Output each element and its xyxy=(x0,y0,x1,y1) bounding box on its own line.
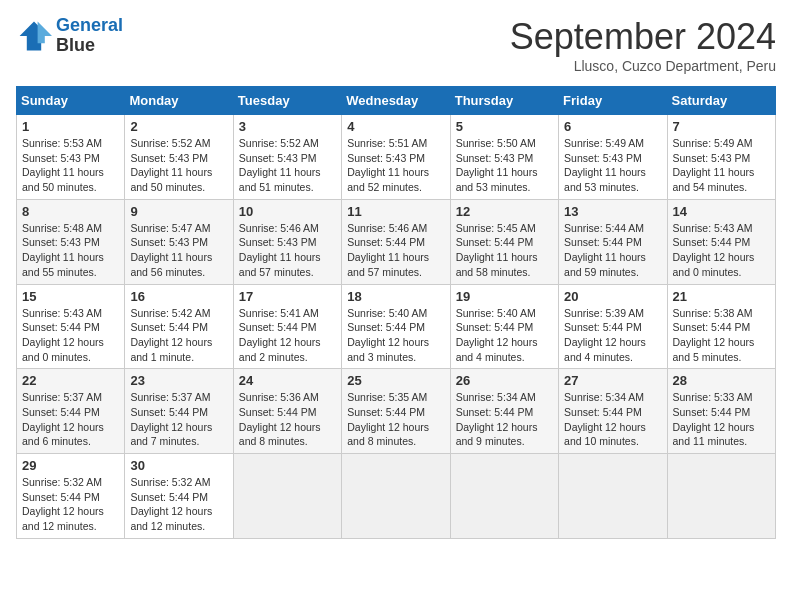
calendar-cell: 11Sunrise: 5:46 AMSunset: 5:44 PMDayligh… xyxy=(342,199,450,284)
calendar-cell: 2Sunrise: 5:52 AMSunset: 5:43 PMDaylight… xyxy=(125,115,233,200)
sunrise-text: Sunrise: 5:43 AM xyxy=(673,221,770,236)
day-info: Sunrise: 5:35 AMSunset: 5:44 PMDaylight … xyxy=(347,390,444,449)
calendar-cell: 17Sunrise: 5:41 AMSunset: 5:44 PMDayligh… xyxy=(233,284,341,369)
calendar-week-5: 29Sunrise: 5:32 AMSunset: 5:44 PMDayligh… xyxy=(17,454,776,539)
daylight-label: Daylight 11 hours xyxy=(564,165,661,180)
sunset-text: Sunset: 5:44 PM xyxy=(456,320,553,335)
daylight-minutes: and 55 minutes. xyxy=(22,265,119,280)
calendar-week-3: 15Sunrise: 5:43 AMSunset: 5:44 PMDayligh… xyxy=(17,284,776,369)
calendar-cell: 20Sunrise: 5:39 AMSunset: 5:44 PMDayligh… xyxy=(559,284,667,369)
calendar-cell: 7Sunrise: 5:49 AMSunset: 5:43 PMDaylight… xyxy=(667,115,775,200)
sunrise-text: Sunrise: 5:48 AM xyxy=(22,221,119,236)
calendar-cell: 23Sunrise: 5:37 AMSunset: 5:44 PMDayligh… xyxy=(125,369,233,454)
daylight-label: Daylight 11 hours xyxy=(22,165,119,180)
day-number: 7 xyxy=(673,119,770,134)
daylight-minutes: and 4 minutes. xyxy=(564,350,661,365)
daylight-minutes: and 58 minutes. xyxy=(456,265,553,280)
day-number: 19 xyxy=(456,289,553,304)
day-info: Sunrise: 5:43 AMSunset: 5:44 PMDaylight … xyxy=(673,221,770,280)
sunset-text: Sunset: 5:43 PM xyxy=(22,235,119,250)
day-info: Sunrise: 5:48 AMSunset: 5:43 PMDaylight … xyxy=(22,221,119,280)
day-header-monday: Monday xyxy=(125,87,233,115)
sunset-text: Sunset: 5:44 PM xyxy=(673,235,770,250)
daylight-minutes: and 2 minutes. xyxy=(239,350,336,365)
sunrise-text: Sunrise: 5:49 AM xyxy=(673,136,770,151)
sunset-text: Sunset: 5:44 PM xyxy=(347,320,444,335)
day-number: 28 xyxy=(673,373,770,388)
day-info: Sunrise: 5:49 AMSunset: 5:43 PMDaylight … xyxy=(673,136,770,195)
daylight-minutes: and 12 minutes. xyxy=(22,519,119,534)
sunset-text: Sunset: 5:44 PM xyxy=(564,320,661,335)
day-info: Sunrise: 5:45 AMSunset: 5:44 PMDaylight … xyxy=(456,221,553,280)
logo-text: General Blue xyxy=(56,16,123,56)
day-info: Sunrise: 5:50 AMSunset: 5:43 PMDaylight … xyxy=(456,136,553,195)
sunset-text: Sunset: 5:44 PM xyxy=(673,405,770,420)
sunrise-text: Sunrise: 5:40 AM xyxy=(347,306,444,321)
sunrise-text: Sunrise: 5:40 AM xyxy=(456,306,553,321)
calendar-cell: 16Sunrise: 5:42 AMSunset: 5:44 PMDayligh… xyxy=(125,284,233,369)
sunset-text: Sunset: 5:43 PM xyxy=(564,151,661,166)
daylight-label: Daylight 12 hours xyxy=(456,335,553,350)
daylight-label: Daylight 12 hours xyxy=(130,420,227,435)
calendar-cell: 30Sunrise: 5:32 AMSunset: 5:44 PMDayligh… xyxy=(125,454,233,539)
day-number: 4 xyxy=(347,119,444,134)
daylight-label: Daylight 12 hours xyxy=(347,420,444,435)
calendar-cell xyxy=(667,454,775,539)
calendar-cell xyxy=(450,454,558,539)
daylight-minutes: and 0 minutes. xyxy=(673,265,770,280)
daylight-minutes: and 54 minutes. xyxy=(673,180,770,195)
sunset-text: Sunset: 5:43 PM xyxy=(130,235,227,250)
sunset-text: Sunset: 5:44 PM xyxy=(564,235,661,250)
day-number: 12 xyxy=(456,204,553,219)
day-number: 21 xyxy=(673,289,770,304)
daylight-minutes: and 50 minutes. xyxy=(130,180,227,195)
sunrise-text: Sunrise: 5:49 AM xyxy=(564,136,661,151)
daylight-minutes: and 51 minutes. xyxy=(239,180,336,195)
logo-icon xyxy=(16,18,52,54)
calendar-cell: 26Sunrise: 5:34 AMSunset: 5:44 PMDayligh… xyxy=(450,369,558,454)
day-number: 13 xyxy=(564,204,661,219)
day-number: 25 xyxy=(347,373,444,388)
day-header-saturday: Saturday xyxy=(667,87,775,115)
calendar-cell: 27Sunrise: 5:34 AMSunset: 5:44 PMDayligh… xyxy=(559,369,667,454)
day-info: Sunrise: 5:41 AMSunset: 5:44 PMDaylight … xyxy=(239,306,336,365)
day-number: 8 xyxy=(22,204,119,219)
daylight-label: Daylight 12 hours xyxy=(239,420,336,435)
day-number: 27 xyxy=(564,373,661,388)
calendar-header: SundayMondayTuesdayWednesdayThursdayFrid… xyxy=(17,87,776,115)
sunset-text: Sunset: 5:44 PM xyxy=(22,490,119,505)
sunset-text: Sunset: 5:44 PM xyxy=(673,320,770,335)
calendar-cell: 22Sunrise: 5:37 AMSunset: 5:44 PMDayligh… xyxy=(17,369,125,454)
sunset-text: Sunset: 5:43 PM xyxy=(239,235,336,250)
daylight-label: Daylight 11 hours xyxy=(564,250,661,265)
header-row: SundayMondayTuesdayWednesdayThursdayFrid… xyxy=(17,87,776,115)
day-info: Sunrise: 5:33 AMSunset: 5:44 PMDaylight … xyxy=(673,390,770,449)
sunset-text: Sunset: 5:44 PM xyxy=(22,405,119,420)
daylight-label: Daylight 11 hours xyxy=(130,250,227,265)
calendar-cell: 25Sunrise: 5:35 AMSunset: 5:44 PMDayligh… xyxy=(342,369,450,454)
sunrise-text: Sunrise: 5:50 AM xyxy=(456,136,553,151)
daylight-label: Daylight 12 hours xyxy=(347,335,444,350)
sunset-text: Sunset: 5:44 PM xyxy=(564,405,661,420)
calendar-cell: 18Sunrise: 5:40 AMSunset: 5:44 PMDayligh… xyxy=(342,284,450,369)
calendar-cell: 13Sunrise: 5:44 AMSunset: 5:44 PMDayligh… xyxy=(559,199,667,284)
sunrise-text: Sunrise: 5:43 AM xyxy=(22,306,119,321)
day-number: 10 xyxy=(239,204,336,219)
sunrise-text: Sunrise: 5:41 AM xyxy=(239,306,336,321)
sunset-text: Sunset: 5:44 PM xyxy=(456,405,553,420)
day-info: Sunrise: 5:53 AMSunset: 5:43 PMDaylight … xyxy=(22,136,119,195)
daylight-label: Daylight 11 hours xyxy=(239,250,336,265)
daylight-minutes: and 8 minutes. xyxy=(347,434,444,449)
sunset-text: Sunset: 5:44 PM xyxy=(130,490,227,505)
daylight-label: Daylight 11 hours xyxy=(456,250,553,265)
calendar-cell: 28Sunrise: 5:33 AMSunset: 5:44 PMDayligh… xyxy=(667,369,775,454)
calendar-cell xyxy=(559,454,667,539)
daylight-minutes: and 53 minutes. xyxy=(564,180,661,195)
calendar-cell: 12Sunrise: 5:45 AMSunset: 5:44 PMDayligh… xyxy=(450,199,558,284)
sunrise-text: Sunrise: 5:42 AM xyxy=(130,306,227,321)
sunrise-text: Sunrise: 5:33 AM xyxy=(673,390,770,405)
daylight-minutes: and 11 minutes. xyxy=(673,434,770,449)
daylight-label: Daylight 12 hours xyxy=(673,420,770,435)
day-number: 26 xyxy=(456,373,553,388)
sunset-text: Sunset: 5:44 PM xyxy=(130,320,227,335)
